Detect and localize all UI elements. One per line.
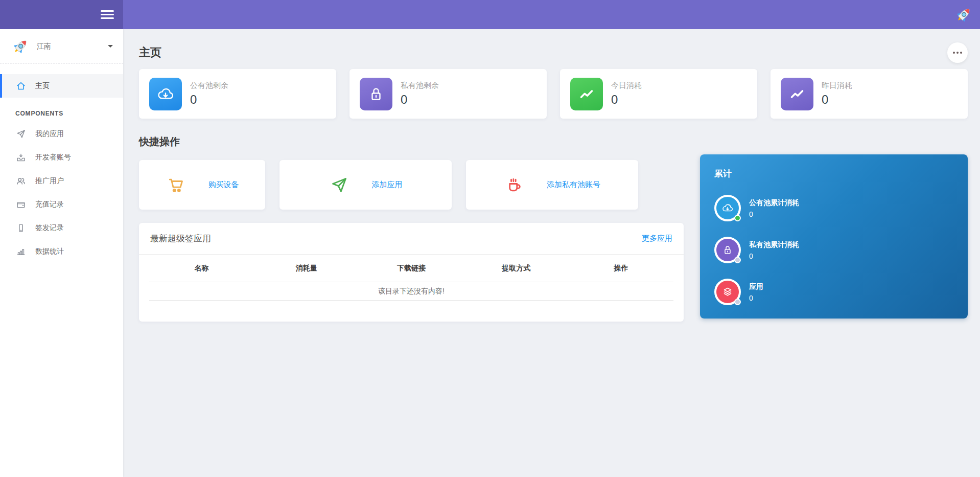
users-icon [15,175,27,187]
add-app-card[interactable]: 添加应用 [279,160,452,210]
summary-item-apps: 应用 0 [714,279,953,305]
page-title: 主页 [139,45,161,60]
chevron-down-icon [108,45,113,48]
quick-actions-row: 购买设备 添加应用 添加私有 [139,160,684,210]
sidebar-item-label: 主页 [35,81,50,90]
summary-value: 0 [749,210,799,218]
status-dot [734,257,741,263]
layers-icon [714,279,741,305]
trend-line-icon [781,78,813,110]
summary-title: 累计 [714,168,953,179]
summary-label: 私有池累计消耗 [749,240,799,249]
topbar-sidebar-section [0,0,123,29]
bar-chart-icon [15,246,27,257]
sidebar-item-issuance-records[interactable]: 签发记录 [0,216,123,240]
add-private-pool-account-card[interactable]: 添加私有池账号 [466,160,638,210]
column-header: 名称 [149,264,254,273]
cloud-download-icon [149,78,182,110]
more-apps-link[interactable]: 更多应用 [642,234,672,243]
cloud-download-icon [714,195,741,221]
sidebar-item-my-apps[interactable]: 我的应用 [0,122,123,146]
sidebar-item-data-statistics[interactable]: 数据统计 [0,240,123,263]
trend-line-icon [570,78,603,110]
status-dot [734,215,741,221]
stats-row: 公有池剩余 0 私有池剩余 0 今日消耗 0 [139,69,968,119]
main-content: 主页 公有池剩余 0 私有池剩余 0 [123,29,980,322]
summary-item-public-pool: 公有池累计消耗 0 [714,195,953,221]
sidebar-item-developer-accounts[interactable]: 开发者账号 [0,146,123,169]
sidebar-item-label: 开发者账号 [35,153,71,162]
stat-value: 0 [822,93,852,107]
wallet-icon [15,199,27,210]
stat-card-today-consumption: 今日消耗 0 [560,69,757,119]
apps-table: 名称 消耗量 下载链接 提取方式 操作 该目录下还没有内容! [139,255,684,301]
workspace-name: 江南 [37,42,108,51]
sidebar-item-label: 充值记录 [35,200,64,209]
shopping-cart-icon [166,175,186,195]
stat-value: 0 [401,93,439,107]
sidebar-item-label: 推广用户 [35,176,64,186]
summary-label: 应用 [749,282,763,291]
sidebar-section-header: COMPONENTS [0,98,123,122]
stat-card-yesterday-consumption: 昨日消耗 0 [771,69,968,119]
mobile-phone-icon [15,222,27,234]
sidebar-item-home[interactable]: 主页 [0,74,123,98]
status-dot [734,299,741,305]
hamburger-menu-icon[interactable] [101,8,114,21]
sidebar-item-label: 签发记录 [35,223,64,233]
workspace-rocket-icon [11,37,30,56]
summary-item-private-pool: 私有池累计消耗 0 [714,237,953,263]
inbox-tray-icon [15,152,27,163]
sidebar-item-recharge-records[interactable]: 充值记录 [0,193,123,216]
workspace-selector[interactable]: 江南 [0,29,123,64]
stat-label: 今日消耗 [611,81,642,90]
paper-plane-icon [15,128,27,140]
stat-value: 0 [190,93,228,107]
table-title: 最新超级签应用 [150,233,211,244]
table-empty-message: 该目录下还没有内容! [149,282,673,301]
topbar-main-section [123,0,980,29]
home-icon [15,80,27,92]
stat-card-private-pool: 私有池剩余 0 [349,69,547,119]
topbar [0,0,980,29]
page-options-button[interactable] [947,42,968,63]
sidebar-item-label: 我的应用 [35,129,64,139]
paper-plane-icon [329,175,349,195]
brand-rocket-icon[interactable] [954,6,973,24]
action-label: 购买设备 [208,180,239,190]
sidebar: 江南 主页 COMPONENTS 我的应用 开发者账号 [0,29,123,477]
column-header: 提取方式 [464,264,569,273]
column-header: 消耗量 [254,264,359,273]
coffee-cup-icon [504,175,524,195]
stat-value: 0 [611,93,642,107]
sidebar-item-promotion-users[interactable]: 推广用户 [0,169,123,193]
lock-icon [714,237,741,263]
sidebar-nav: 主页 COMPONENTS 我的应用 开发者账号 推广用户 [0,64,123,263]
stat-label: 公有池剩余 [190,81,228,90]
column-header: 操作 [569,264,673,273]
column-header: 下载链接 [359,264,463,273]
action-label: 添加应用 [372,180,403,190]
lock-icon [360,78,392,110]
summary-card: 累计 公有池累计消耗 0 [700,154,968,319]
summary-value: 0 [749,294,763,302]
action-label: 添加私有池账号 [547,180,600,190]
summary-value: 0 [749,252,799,260]
ellipsis-icon [953,52,955,54]
stat-card-public-pool: 公有池剩余 0 [139,69,336,119]
buy-device-card[interactable]: 购买设备 [139,160,265,210]
quick-actions-title: 快捷操作 [139,135,684,149]
summary-label: 公有池累计消耗 [749,198,799,208]
sidebar-item-label: 数据统计 [35,247,64,256]
stat-label: 昨日消耗 [822,81,852,90]
latest-apps-card: 最新超级签应用 更多应用 名称 消耗量 下载链接 提取方式 操作 该目录下还没有… [139,223,684,322]
table-header-row: 名称 消耗量 下载链接 提取方式 操作 [149,255,673,282]
stat-label: 私有池剩余 [401,81,439,90]
